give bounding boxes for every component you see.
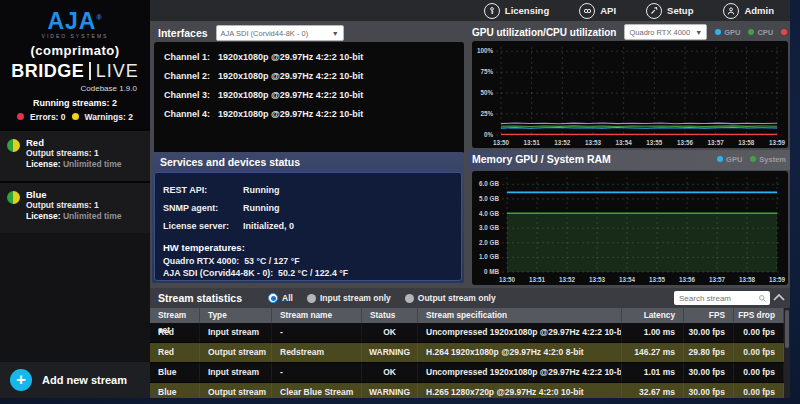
interfaces-header: Interfaces AJA SDI (Corvid44-8K - 0)▼ xyxy=(158,25,344,41)
product-logo: BRIDGE LIVE xyxy=(0,61,150,82)
svg-text:13:54: 13:54 xyxy=(619,276,636,283)
channel-row: Channel 1:1920x1080p @29.97Hz 4:2:2 10-b… xyxy=(154,48,464,67)
legend-dot xyxy=(750,156,756,162)
svg-text:13:58: 13:58 xyxy=(739,276,756,283)
gpu-chart-legend: GPU CPU NvDec NvEnc xyxy=(715,28,790,37)
table-scrollbar[interactable] xyxy=(784,308,790,398)
licensing-button[interactable]: Licensing xyxy=(484,3,549,19)
sidebar-item-stream-red[interactable]: Red Output streams: 1 License: Unlimited… xyxy=(0,129,150,181)
stream-filters: All Input stream only Output stream only xyxy=(268,293,496,303)
services-title: Services and devices status xyxy=(152,152,464,168)
svg-text:13:53: 13:53 xyxy=(585,139,602,146)
main-content: Interfaces AJA SDI (Corvid44-8K - 0)▼ Ch… xyxy=(150,21,790,398)
legend-dot xyxy=(748,29,754,35)
hw-temperatures-title: HW temperatures: xyxy=(163,241,453,255)
filter-output-only[interactable]: Output stream only xyxy=(405,293,496,303)
api-button[interactable]: API xyxy=(579,3,616,19)
stream-statistics-table: Stream set Type Stream name Status Strea… xyxy=(150,308,784,398)
sidebar: AJA® VIDEO SYSTEMS (comprimato) BRIDGE L… xyxy=(0,0,150,398)
gpu-utilization-chart: 0%25%50%75%100%13:5013:5113:5213:5313:54… xyxy=(472,41,788,148)
table-row[interactable]: Blue Input stream - OK Uncompressed 1920… xyxy=(150,363,784,383)
status-badge: WARNING xyxy=(362,343,418,362)
svg-text:13:52: 13:52 xyxy=(554,139,571,146)
legend-item: System xyxy=(750,155,786,164)
stream-statistics-bar: Stream statistics All Input stream only … xyxy=(150,288,790,308)
legend-item: GPU xyxy=(717,155,742,164)
memory-chart: 0 MB1.0 GB2.0 GB3.0 GB4.0 GB5.0 GB6.0 GB… xyxy=(472,171,788,285)
search-icon xyxy=(758,294,767,303)
running-streams: Running streams: 2 xyxy=(0,98,150,108)
product-name-right: LIVE xyxy=(96,61,139,82)
aja-logo-subtitle: VIDEO SYSTEMS xyxy=(0,33,150,39)
legend-item: GPU xyxy=(715,28,740,37)
admin-button[interactable]: Admin xyxy=(723,3,774,19)
radio-input-only[interactable] xyxy=(307,294,316,303)
gpu-utilization-chart-svg: 0%25%50%75%100%13:5013:5113:5213:5313:54… xyxy=(472,41,788,148)
interfaces-title: Interfaces xyxy=(158,27,208,39)
radio-output-only[interactable] xyxy=(405,294,414,303)
stream-license: License: Unlimited time xyxy=(26,211,144,222)
svg-text:1.0 GB: 1.0 GB xyxy=(479,253,499,260)
service-row: REST API:Running xyxy=(163,181,453,199)
filter-all[interactable]: All xyxy=(268,293,293,303)
sidebar-item-stream-blue[interactable]: Blue Output streams: 1 License: Unlimite… xyxy=(0,181,150,233)
search-input[interactable] xyxy=(674,291,770,305)
table-row[interactable]: Blue Output stream Clear Blue Stream WAR… xyxy=(150,383,784,398)
svg-text:5.0 GB: 5.0 GB xyxy=(479,195,499,202)
svg-text:13:52: 13:52 xyxy=(559,276,576,283)
chevron-down-icon: ▼ xyxy=(695,29,702,36)
temperature-row: AJA SDI (Corvid44-8K - 0): 50.2 °C / 122… xyxy=(163,267,453,279)
legend-item: NvDec xyxy=(781,28,790,37)
svg-text:50%: 50% xyxy=(480,89,493,96)
add-new-stream-button[interactable]: + Add new stream xyxy=(0,362,150,398)
api-label: API xyxy=(600,5,616,16)
memory-chart-legend: GPU System xyxy=(717,155,786,164)
legend-item: CPU xyxy=(748,28,773,37)
collapse-chevron-up-icon[interactable] xyxy=(773,293,785,301)
chevron-down-icon: ▼ xyxy=(332,30,339,37)
search-box xyxy=(674,291,770,305)
status-badge: OK xyxy=(362,323,418,342)
memory-chart-title: Memory GPU / System RAM xyxy=(472,153,611,165)
product-logo-divider xyxy=(89,62,91,80)
warnings-label: Warnings: 2 xyxy=(85,112,133,122)
svg-text:13:53: 13:53 xyxy=(589,276,606,283)
svg-text:13:50: 13:50 xyxy=(493,139,510,146)
channel-row: Channel 3:1920x1080p @29.97Hz 4:2:2 10-b… xyxy=(154,86,464,105)
channel-row: Channel 4:1920x1080p @29.97Hz 4:2:2 10-b… xyxy=(154,105,464,124)
svg-text:13:51: 13:51 xyxy=(529,276,546,283)
svg-text:13:54: 13:54 xyxy=(616,139,633,146)
filter-input-only[interactable]: Input stream only xyxy=(307,293,391,303)
scrollbar-thumb[interactable] xyxy=(785,310,789,348)
svg-text:13:55: 13:55 xyxy=(649,276,666,283)
aja-logo: AJA® xyxy=(0,6,150,33)
table-row[interactable]: Red Output stream Redstream WARNING H.26… xyxy=(150,343,784,363)
svg-text:2.0 GB: 2.0 GB xyxy=(479,239,499,246)
gpu-chart-title: GPU utilization/CPU utilization xyxy=(472,27,616,38)
stream-name: Blue xyxy=(26,189,144,200)
radio-all[interactable] xyxy=(268,293,278,303)
svg-text:100%: 100% xyxy=(477,47,494,54)
services-panel: Services and devices status REST API:Run… xyxy=(152,152,464,283)
gpu-device-selector[interactable]: Quadro RTX 4000▼ xyxy=(624,24,707,40)
codebase-version: Codebase 1.9.0 xyxy=(0,84,150,93)
setup-label: Setup xyxy=(667,5,693,16)
table-row[interactable]: Red Input stream - OK Uncompressed 1920x… xyxy=(150,323,784,343)
svg-text:13:56: 13:56 xyxy=(677,139,694,146)
legend-dot xyxy=(717,156,723,162)
svg-text:0%: 0% xyxy=(484,131,494,138)
stream-status-icon xyxy=(7,139,20,152)
channel-row: Channel 2:1920x1080p @29.97Hz 4:2:2 10-b… xyxy=(154,67,464,86)
service-row: License server:Initialized, 0 xyxy=(163,217,453,235)
svg-text:13:50: 13:50 xyxy=(499,276,516,283)
memory-chart-svg: 0 MB1.0 GB2.0 GB3.0 GB4.0 GB5.0 GB6.0 GB… xyxy=(472,171,788,285)
setup-button[interactable]: Setup xyxy=(646,3,693,19)
product-name-left: BRIDGE xyxy=(11,61,84,82)
svg-text:13:59: 13:59 xyxy=(769,139,786,146)
gpu-chart-header: GPU utilization/CPU utilization Quadro R… xyxy=(472,24,788,40)
svg-text:13:57: 13:57 xyxy=(709,276,726,283)
svg-text:13:57: 13:57 xyxy=(708,139,725,146)
interface-selector[interactable]: AJA SDI (Corvid44-8K - 0)▼ xyxy=(216,25,344,41)
errors-label: Errors: 0 xyxy=(30,112,65,122)
plus-icon: + xyxy=(10,369,32,391)
